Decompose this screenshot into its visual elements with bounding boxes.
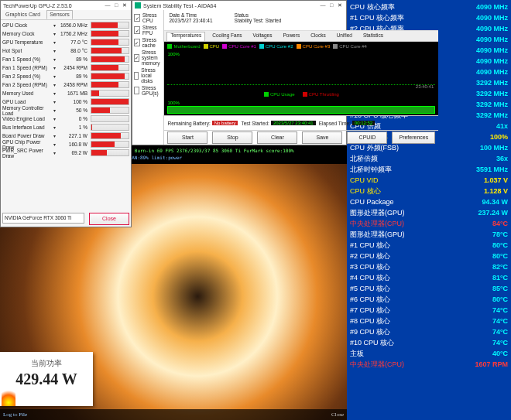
gpuz-sensor-list: GPU Clock▾1656.0 MHzMemory Clock▾1750.2 … (1, 20, 131, 158)
legend-item: CPU Core #1 (222, 44, 256, 49)
metric-name: 中央处理器(CPU) (350, 359, 404, 370)
legend-swatch (303, 92, 307, 97)
tab-sensors[interactable]: Sensors (46, 10, 73, 19)
metric-value: 36x (496, 153, 508, 164)
metric-value: 1.037 V (484, 175, 508, 186)
sensor-row[interactable]: PWR_SRC Power Draw▾69.2 W (2, 149, 129, 157)
chevron-down-icon[interactable]: ▾ (53, 39, 58, 45)
metric-row: CPU Package94.34 W (350, 196, 508, 207)
sensor-bar (91, 90, 129, 97)
metric-value: 78°C (492, 229, 508, 240)
checkbox[interactable]: ✓ (134, 26, 140, 34)
sensor-row[interactable]: Memory Controller Load▾50 % (2, 106, 129, 114)
stress-item[interactable]: ✓Stress cache (134, 36, 162, 49)
stress-item[interactable]: Stress local disks (134, 67, 162, 84)
checkbox[interactable]: ✓ (134, 39, 140, 46)
chevron-down-icon[interactable]: ▾ (53, 133, 58, 138)
gpuz-close-button[interactable]: Close (89, 213, 129, 225)
chevron-down-icon[interactable]: ▾ (53, 125, 58, 130)
label: Test Started: (241, 121, 269, 126)
sensor-row[interactable]: Fan 2 Speed (RPM)▾2458 RPM (2, 80, 129, 89)
metric-row: 主板40°C (350, 348, 508, 359)
sensor-row[interactable]: GPU Clock▾1656.0 MHz (2, 21, 129, 29)
gpuz-device-select[interactable]: NVIDIA GeForce RTX 3060 Ti (2, 213, 84, 224)
checkbox[interactable]: ✓ (134, 54, 139, 62)
legend-item: Motherboard (167, 44, 200, 49)
chevron-down-icon[interactable]: ▾ (53, 150, 58, 155)
gpuz-titlebar[interactable]: TechPowerUp GPU-Z 2.53.0 — □ ✕ (1, 1, 131, 10)
sensor-row[interactable]: Fan 1 Speed (%)▾89 % (2, 55, 129, 63)
chevron-down-icon[interactable]: ▾ (53, 56, 58, 62)
tab-graphics-card[interactable]: Graphics Card (2, 10, 43, 19)
legend-label: CPU Throttling (309, 92, 339, 97)
preferences-button[interactable]: Preferences (392, 131, 435, 144)
close-icon[interactable]: ✕ (121, 2, 129, 9)
sensor-row[interactable]: Fan 2 Speed (%)▾89 % (2, 72, 129, 80)
chevron-down-icon[interactable]: ▾ (53, 90, 58, 96)
stress-item[interactable]: ✓Stress CPU (134, 12, 162, 24)
subtab[interactable]: Clocks (307, 32, 330, 41)
metric-value: 85°C (492, 283, 508, 294)
subtab[interactable]: Statistics (359, 32, 387, 41)
metric-name: 主板 (350, 348, 364, 359)
maximize-icon[interactable]: □ (328, 2, 335, 9)
minimize-icon[interactable]: — (319, 2, 327, 9)
sensor-name: Fan 1 Speed (RPM) (2, 65, 52, 70)
chevron-down-icon[interactable]: ▾ (53, 116, 58, 121)
stress-item[interactable]: Stress GPU(s) (134, 84, 162, 97)
metric-value: 4090 MHz (476, 2, 508, 12)
metric-row: #5 CPU 核心85°C (350, 283, 508, 294)
close-button[interactable]: Close (331, 409, 344, 420)
close-icon[interactable]: ✕ (336, 2, 344, 9)
metric-name: 图形处理器(GPU) (350, 229, 405, 240)
sensor-row[interactable]: Bus Interface Load▾1 % (2, 123, 129, 131)
stress-item[interactable]: ✓Stress system memory (134, 49, 162, 67)
minimize-icon[interactable]: — (104, 2, 111, 9)
chevron-down-icon[interactable]: ▾ (53, 108, 58, 113)
checkbox[interactable]: ✓ (134, 14, 140, 22)
aida-cpu-chart: 100% (164, 98, 438, 115)
legend-swatch (204, 44, 208, 49)
sensor-row[interactable]: Hot Spot▾88.0 °C (2, 46, 129, 55)
chevron-down-icon[interactable]: ▾ (53, 22, 58, 28)
stress-item[interactable]: ✓Stress FPU (134, 24, 162, 36)
checkbox[interactable] (134, 87, 139, 94)
chevron-down-icon[interactable]: ▾ (53, 48, 58, 53)
subtab[interactable]: Unified (333, 32, 356, 41)
log-to-file-button[interactable]: Log to File (3, 409, 27, 420)
sensor-row[interactable]: Memory Used▾1671 MB (2, 89, 129, 97)
chevron-down-icon[interactable]: ▾ (53, 73, 58, 79)
chevron-down-icon[interactable]: ▾ (53, 99, 58, 104)
start-button[interactable]: Start (167, 131, 207, 144)
clear-button[interactable]: Clear (257, 131, 297, 144)
chevron-down-icon[interactable]: ▾ (53, 65, 58, 70)
aida-stress-tree: ✓Stress CPU✓Stress FPU✓Stress cache✓Stre… (132, 10, 164, 145)
subtab[interactable]: Temperatures (166, 32, 205, 41)
metric-row: 北桥时钟频率3591 MHz (350, 164, 508, 175)
sensor-bar (91, 64, 129, 71)
chevron-down-icon[interactable]: ▾ (53, 82, 58, 87)
sensor-row[interactable]: GPU Temperature▾77.0 °C (2, 38, 129, 46)
aida-titlebar[interactable]: System Stability Test - AIDA64 — □ ✕ (132, 1, 346, 10)
subtab[interactable]: Voltages (249, 32, 276, 41)
metric-row: #4 CPU 核心81°C (350, 272, 508, 283)
elapsed-value: 00:12:52 (352, 121, 375, 125)
started-value: 2023/5/27 23:40:41 (271, 121, 316, 125)
save-button[interactable]: Save (302, 131, 342, 144)
subtab[interactable]: Powers (279, 32, 304, 41)
metric-value: 80°C (492, 294, 508, 305)
maximize-icon[interactable]: □ (112, 2, 120, 9)
sensor-value: 50 % (60, 108, 89, 113)
aida-title: System Stability Test - AIDA64 (143, 3, 318, 9)
stress-label: Stress CPU (142, 12, 162, 23)
chevron-down-icon[interactable]: ▾ (53, 31, 58, 36)
sensor-row[interactable]: Fan 1 Speed (RPM)▾2454 RPM (2, 63, 129, 72)
cpuid-button[interactable]: CPUID (347, 131, 387, 144)
subtab[interactable]: Cooling Fans (208, 32, 245, 41)
chevron-down-icon[interactable]: ▾ (53, 142, 58, 147)
sensor-row[interactable]: Memory Clock▾1750.2 MHz (2, 29, 129, 38)
stop-button[interactable]: Stop (212, 131, 252, 144)
sensor-row[interactable]: Video Engine Load▾0 % (2, 114, 129, 123)
sensor-value: 0 % (60, 116, 89, 121)
checkbox[interactable] (134, 72, 139, 80)
